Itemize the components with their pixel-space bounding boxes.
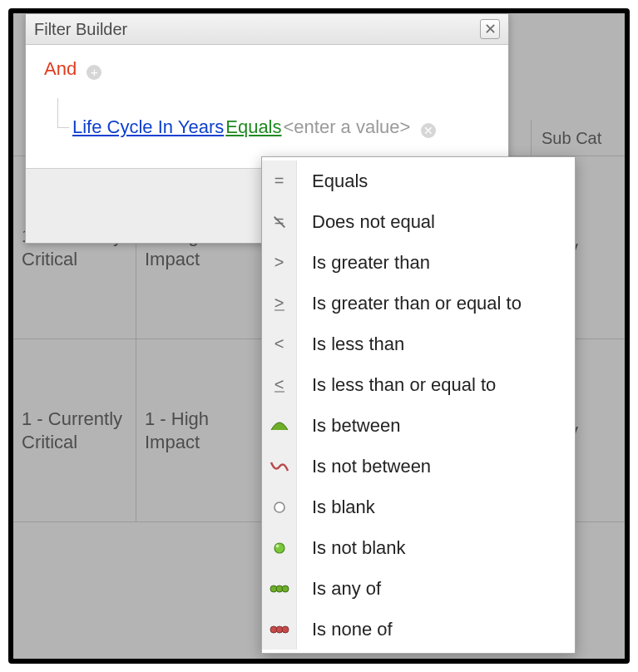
svg-point-8 [282, 626, 289, 633]
operator-option-equals[interactable]: Equals [262, 161, 575, 201]
operator-option-label: Is not blank [297, 537, 406, 559]
tree-elbow-icon [57, 98, 69, 128]
dialog-title: Filter Builder [34, 20, 127, 39]
rule-operator-token[interactable]: Equals [225, 116, 281, 137]
operator-dropdown: Equals Does not equal Is greater than Is… [261, 156, 576, 654]
remove-icon: ✕ [423, 125, 433, 136]
close-icon: ✕ [484, 22, 497, 37]
operator-option-label: Is less than or equal to [297, 374, 496, 396]
rule-value-placeholder[interactable]: <enter a value> [284, 116, 411, 137]
operator-option-not-equal[interactable]: Does not equal [262, 201, 575, 242]
none-of-icon [262, 609, 297, 650]
cell-criticality: 1 - Currently Critical [13, 339, 136, 521]
less-than-icon [262, 324, 297, 364]
filter-rule: Life Cycle In YearsEquals<enter a value>… [72, 116, 490, 138]
operator-option-label: Is not between [297, 456, 431, 477]
svg-point-5 [282, 586, 289, 592]
rule-field-token[interactable]: Life Cycle In Years [72, 116, 224, 137]
operator-option-greater-or-equal[interactable]: Is greater than or equal to [262, 283, 575, 324]
operator-option-label: Equals [297, 170, 368, 192]
cell-impact: 1 - High Impact [136, 339, 276, 521]
not-equal-icon [262, 201, 297, 242]
operator-option-label: Is none of [297, 619, 393, 640]
blank-icon [262, 487, 297, 527]
operator-option-label: Is between [297, 415, 400, 437]
add-condition-button[interactable]: + [87, 65, 101, 80]
greater-than-icon [262, 242, 297, 283]
greater-or-equal-icon [262, 283, 297, 324]
not-between-icon [262, 446, 297, 487]
operator-option-blank[interactable]: Is blank [262, 487, 575, 527]
dialog-body: And + Life Cycle In YearsEquals<enter a … [26, 45, 508, 168]
operator-option-less-than[interactable]: Is less than [262, 324, 575, 364]
operator-option-not-between[interactable]: Is not between [262, 446, 575, 487]
operator-option-label: Does not equal [297, 211, 435, 233]
not-blank-icon [262, 527, 297, 568]
svg-point-2 [275, 544, 279, 547]
group-operator-token[interactable]: And [44, 58, 77, 79]
close-button[interactable]: ✕ [480, 19, 500, 39]
between-icon [262, 405, 297, 446]
svg-point-0 [274, 502, 284, 512]
equals-icon [262, 161, 297, 201]
remove-rule-button[interactable]: ✕ [421, 123, 436, 138]
operator-option-label: Is less than [297, 334, 404, 355]
operator-option-label: Is blank [297, 497, 375, 518]
operator-option-between[interactable]: Is between [262, 405, 575, 446]
operator-option-greater-than[interactable]: Is greater than [262, 242, 575, 283]
plus-icon: + [91, 66, 98, 78]
less-or-equal-icon [262, 364, 297, 405]
operator-option-none-of[interactable]: Is none of [262, 609, 575, 650]
dialog-header[interactable]: Filter Builder ✕ [26, 14, 508, 45]
operator-option-any-of[interactable]: Is any of [262, 568, 575, 609]
column-header-subcat[interactable]: Sub Cat [531, 120, 622, 156]
operator-option-label: Is greater than or equal to [297, 293, 522, 314]
operator-option-label: Is any of [297, 578, 381, 600]
operator-option-not-blank[interactable]: Is not blank [262, 527, 575, 568]
any-of-icon [262, 568, 297, 609]
operator-option-label: Is greater than [297, 252, 430, 274]
group-operator-line: And + [44, 58, 490, 80]
app-stage: Sub Cat 1 - Currently Critical 1 - High … [8, 8, 630, 664]
operator-option-less-or-equal[interactable]: Is less than or equal to [262, 364, 575, 405]
svg-point-1 [274, 543, 284, 553]
